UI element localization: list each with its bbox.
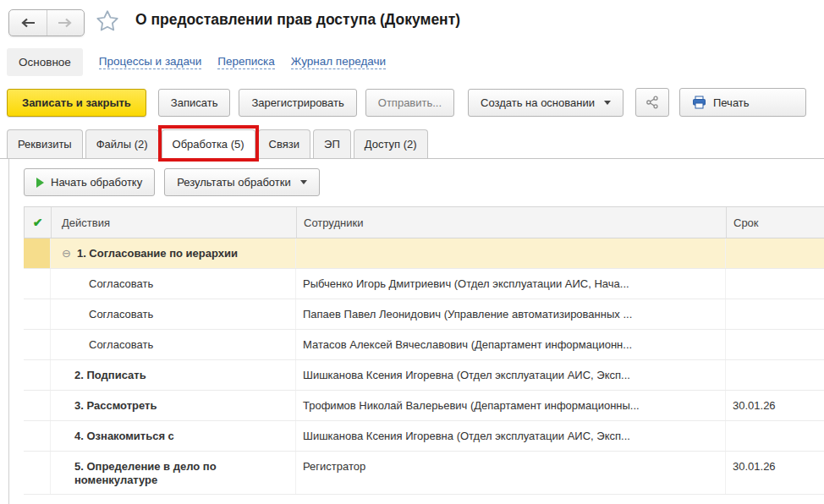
process-table-header: ✔ Действия Сотрудники Срок [24, 206, 824, 238]
panel-left-border [8, 159, 9, 504]
table-row[interactable]: 5. Определение в дело по номенкулатуреРе… [24, 452, 824, 495]
row-employee: Регистратор [296, 452, 726, 494]
forward-button[interactable] [47, 10, 85, 36]
document-window: О предоставлении прав доступа (Документ)… [0, 0, 824, 504]
row-check-cell [24, 269, 51, 299]
print-button[interactable]: Печать [679, 88, 806, 117]
row-action: 4. Ознакомиться с [51, 421, 296, 451]
column-header-due: Срок [727, 207, 824, 238]
tab-processing[interactable]: Обработка (5) [162, 129, 255, 159]
row-due-date: 30.01.26 [726, 391, 824, 420]
processing-results-button[interactable]: Результаты обработки [164, 168, 320, 196]
row-check-cell [24, 452, 51, 494]
table-row[interactable]: СогласоватьРыбченко Игорь Дмитриевич (От… [24, 269, 824, 299]
table-row[interactable]: 4. Ознакомиться сШишканова Ксения Игорев… [24, 421, 824, 452]
group-title: 1. Согласование по иерархии [77, 247, 238, 260]
row-due-date [726, 299, 824, 329]
history-nav-buttons [8, 9, 85, 36]
table-row[interactable]: ⊖1. Согласование по иерархии [24, 238, 824, 269]
row-due-date: 30.01.26 [726, 452, 824, 494]
favorite-star-icon[interactable] [95, 8, 120, 37]
row-action: 2. Подписать [51, 360, 296, 390]
table-row[interactable]: СогласоватьПапаев Павел Леонидович (Упра… [24, 299, 824, 330]
register-button[interactable]: Зарегистрировать [239, 89, 356, 117]
start-processing-button[interactable]: Начать обработку [24, 168, 155, 196]
create-based-on-button[interactable]: Создать на основании [468, 89, 623, 117]
row-due-date [726, 330, 824, 359]
share-icon [645, 96, 659, 109]
tab-signature[interactable]: ЭП [313, 129, 351, 158]
share-button[interactable] [635, 88, 669, 117]
save-button[interactable]: Записать [158, 89, 231, 117]
row-action: Согласовать [51, 330, 296, 359]
printer-icon [692, 96, 706, 109]
row-action: Согласовать [51, 299, 296, 329]
row-check-cell [24, 330, 51, 359]
chevron-down-icon [300, 180, 307, 184]
row-employee: Папаев Павел Леонидович (Управление авто… [296, 299, 726, 329]
send-button[interactable]: Отправить... [365, 89, 454, 117]
back-button[interactable] [9, 10, 47, 36]
nav-link-correspondence[interactable]: Переписка [217, 55, 275, 69]
column-header-check: ✔ [25, 207, 52, 238]
column-header-employees: Сотрудники [297, 207, 727, 238]
row-employee [296, 238, 726, 268]
arrow-right-icon [58, 18, 73, 28]
tab-requisites[interactable]: Реквизиты [7, 129, 83, 158]
tab-access[interactable]: Доступ (2) [354, 129, 428, 158]
column-header-actions: Действия [52, 207, 297, 238]
section-nav: Основное Процессы и задачи Переписка Жур… [7, 47, 386, 77]
row-due-date [726, 421, 824, 451]
row-employee: Рыбченко Игорь Дмитриевич (Отдел эксплуа… [296, 269, 726, 299]
check-icon: ✔ [33, 216, 43, 229]
save-and-close-button[interactable]: Записать и закрыть [7, 89, 146, 117]
processing-toolbar: Начать обработку Результаты обработки [24, 168, 320, 196]
row-check-cell [24, 299, 51, 329]
document-tabbar: Реквизиты Файлы (2) Обработка (5) Связи … [0, 129, 824, 159]
collapse-minus-icon[interactable]: ⊖ [62, 247, 71, 260]
create-based-on-label: Создать на основании [481, 96, 595, 109]
row-check-cell [24, 391, 51, 420]
tab-links[interactable]: Связи [258, 129, 310, 158]
tab-processing-label: Обработка (5) [173, 138, 244, 151]
tab-files[interactable]: Файлы (2) [85, 129, 159, 158]
row-employee: Матасов Алексей Вячеславович (Департамен… [296, 330, 726, 359]
row-employee: Трофимов Николай Валерьевич (Департамент… [296, 391, 726, 420]
row-action: ⊖1. Согласование по иерархии [51, 238, 296, 268]
row-employee: Шишканова Ксения Игоревна (Отдел эксплуа… [296, 421, 726, 451]
row-due-date [726, 238, 824, 268]
row-check-cell [24, 238, 51, 268]
row-action: 5. Определение в дело по номенкулатуре [51, 452, 296, 494]
play-icon [36, 178, 44, 188]
row-action: 3. Рассмотреть [51, 391, 296, 420]
row-check-cell [24, 360, 51, 390]
row-action: Согласовать [51, 269, 296, 299]
process-table: ✔ Действия Сотрудники Срок ⊖1. Согласова… [24, 206, 824, 495]
chevron-down-icon [604, 101, 611, 105]
nav-link-processes[interactable]: Процессы и задачи [99, 55, 201, 69]
table-row[interactable]: 2. ПодписатьШишканова Ксения Игоревна (О… [24, 360, 824, 391]
row-check-cell [24, 421, 51, 451]
process-table-body: ⊖1. Согласование по иерархииСогласоватьР… [24, 238, 824, 495]
page-title: О предоставлении прав доступа (Документ) [135, 11, 460, 29]
arrow-left-icon [20, 18, 36, 28]
row-due-date [726, 360, 824, 390]
row-due-date [726, 269, 824, 299]
nav-item-main[interactable]: Основное [7, 48, 83, 76]
nav-link-transfer-log[interactable]: Журнал передачи [291, 55, 386, 69]
row-employee: Шишканова Ксения Игоревна (Отдел эксплуа… [296, 360, 726, 390]
command-bar: Записать и закрыть Записать Зарегистриро… [7, 88, 824, 117]
table-row[interactable]: 3. РассмотретьТрофимов Николай Валерьеви… [24, 391, 824, 421]
print-label: Печать [713, 96, 750, 109]
start-processing-label: Начать обработку [51, 176, 142, 189]
table-row[interactable]: СогласоватьМатасов Алексей Вячеславович … [24, 330, 824, 360]
processing-results-label: Результаты обработки [177, 176, 291, 189]
